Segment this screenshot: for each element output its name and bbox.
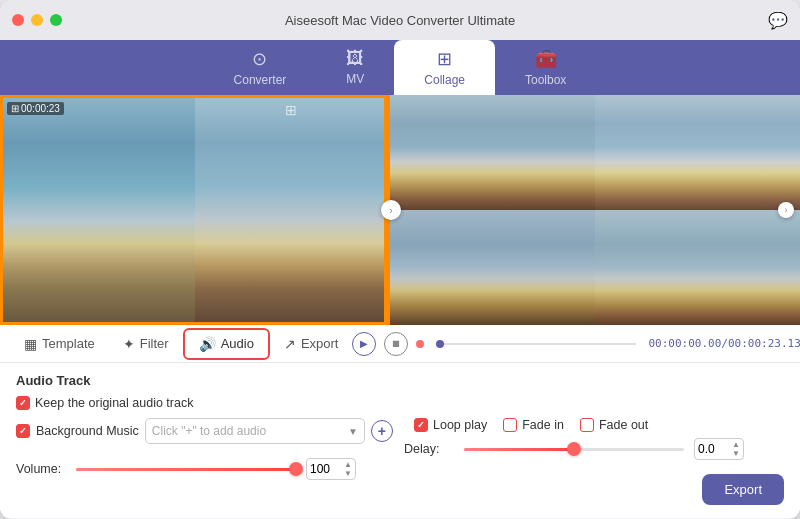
bg-music-label: Background Music: [36, 424, 139, 438]
time-display: 00:00:00.00/00:00:23.13: [648, 337, 800, 350]
fade-in-label: Fade in: [522, 418, 564, 432]
keep-original-cb-box: ✓: [16, 396, 30, 410]
volume-label: Volume:: [16, 462, 66, 476]
loop-play-label: Loop play: [433, 418, 487, 432]
audio-track-title: Audio Track: [16, 373, 784, 388]
delay-input[interactable]: 0.0 ▲ ▼: [694, 438, 744, 460]
tab-converter[interactable]: ⊙ Converter: [204, 40, 317, 95]
converter-icon: ⊙: [252, 48, 267, 70]
tab-export-label: Export: [301, 336, 339, 351]
main-content: ⊞00:00:23 ⊞ › ›: [0, 95, 800, 518]
close-button[interactable]: [12, 14, 24, 26]
tab-toolbox[interactable]: 🧰 Toolbox: [495, 40, 596, 95]
bg-music-check: ✓: [19, 426, 27, 436]
record-dot: [416, 340, 424, 348]
play-button[interactable]: ▶: [352, 332, 376, 356]
volume-input[interactable]: 100 ▲ ▼: [306, 458, 356, 480]
preview-cell-tl: [390, 95, 595, 210]
delay-spinner[interactable]: ▲ ▼: [732, 440, 740, 458]
fade-out-checkbox[interactable]: Fade out: [580, 418, 648, 432]
volume-slider[interactable]: [76, 468, 296, 471]
left-col: ✓ Background Music Click "+" to add audi…: [16, 418, 396, 484]
dropdown-arrow-icon: ▼: [348, 426, 358, 437]
tab-template-label: Template: [42, 336, 95, 351]
delay-slider-fill: [464, 448, 574, 451]
tab-toolbox-label: Toolbox: [525, 73, 566, 87]
tab-filter-label: Filter: [140, 336, 169, 351]
video-area: ⊞00:00:23 ⊞ › ›: [0, 95, 800, 325]
left-panel-nav-arrow[interactable]: ›: [381, 200, 401, 220]
export-button[interactable]: Export: [702, 474, 784, 505]
volume-slider-fill: [76, 468, 296, 471]
delay-row: Delay: 0.0 ▲ ▼: [404, 438, 784, 460]
progress-bar[interactable]: [436, 343, 636, 345]
tab-mv-label: MV: [346, 72, 364, 86]
volume-slider-thumb[interactable]: [289, 462, 303, 476]
mv-icon: 🖼: [346, 48, 364, 69]
tab-filter[interactable]: ✦ Filter: [109, 330, 183, 358]
bg-music-select[interactable]: Click "+" to add audio ▼: [145, 418, 365, 444]
video-bg-right: [195, 98, 387, 322]
bg-music-cb-box: ✓: [16, 424, 30, 438]
tab-converter-label: Converter: [234, 73, 287, 87]
nav-tabs: ⊙ Converter 🖼 MV ⊞ Collage 🧰 Toolbox: [0, 40, 800, 95]
video-timestamp: ⊞00:00:23: [7, 102, 64, 115]
minimize-button[interactable]: [31, 14, 43, 26]
loop-play-checkbox[interactable]: ✓ Loop play: [414, 418, 487, 432]
stop-button[interactable]: ⏹: [384, 332, 408, 356]
tab-mv[interactable]: 🖼 MV: [316, 40, 394, 95]
collage-tab-bar: ▦ Template ✦ Filter 🔊 Audio ↗ Export ▶ ⏹: [0, 325, 800, 363]
title-bar: Aiseesoft Mac Video Converter Ultimate 💬: [0, 0, 800, 40]
toolbox-icon: 🧰: [535, 48, 557, 70]
bg-music-row: ✓ Background Music Click "+" to add audi…: [16, 418, 396, 444]
loop-play-check: ✓: [417, 420, 425, 430]
delay-value: 0.0: [698, 442, 715, 456]
fade-in-checkbox[interactable]: Fade in: [503, 418, 564, 432]
volume-row: Volume: 100 ▲ ▼: [16, 458, 396, 480]
video-bg-left: [3, 98, 195, 322]
preview-cell-bl: [390, 210, 595, 325]
tab-export-collage[interactable]: ↗ Export: [270, 330, 353, 358]
loop-play-cb-box: ✓: [414, 418, 428, 432]
add-audio-button[interactable]: +: [371, 420, 393, 442]
template-icon: ▦: [24, 336, 37, 352]
delay-slider[interactable]: [464, 448, 684, 451]
keep-original-checkbox[interactable]: ✓ Keep the original audio track: [16, 396, 193, 410]
right-preview-panel: ›: [390, 95, 800, 325]
traffic-lights: [12, 14, 62, 26]
tab-collage[interactable]: ⊞ Collage: [394, 40, 495, 95]
left-collage-panel: ⊞00:00:23 ⊞ ›: [0, 95, 390, 325]
keep-original-row: ✓ Keep the original audio track: [16, 396, 784, 410]
maximize-button[interactable]: [50, 14, 62, 26]
playback-controls: ▶ ⏹ 00:00:00.00/00:00:23.13 🔊: [352, 332, 800, 356]
settings-panel: Audio Track ✓ Keep the original audio tr…: [0, 363, 800, 518]
keep-original-label: Keep the original audio track: [35, 396, 193, 410]
preview-cell-tr: [595, 95, 800, 210]
tab-template[interactable]: ▦ Template: [10, 330, 109, 358]
preview-cell-br: [595, 210, 800, 325]
progress-indicator: [436, 340, 444, 348]
bg-music-checkbox[interactable]: ✓: [16, 424, 30, 438]
bottom-toolbar: ▦ Template ✦ Filter 🔊 Audio ↗ Export ▶ ⏹: [0, 325, 800, 518]
tab-audio[interactable]: 🔊 Audio: [183, 328, 270, 360]
fade-out-label: Fade out: [599, 418, 648, 432]
chat-icon[interactable]: 💬: [768, 11, 788, 30]
right-panel-nav-arrow[interactable]: ›: [778, 202, 794, 218]
tab-audio-label: Audio: [221, 336, 254, 351]
fade-in-cb-box: [503, 418, 517, 432]
volume-value: 100: [310, 462, 330, 476]
export-icon: ↗: [284, 336, 296, 352]
video-cell-left: ⊞00:00:23: [3, 98, 195, 322]
keep-original-check: ✓: [19, 398, 27, 408]
tab-collage-label: Collage: [424, 73, 465, 87]
two-col-layout: ✓ Background Music Click "+" to add audi…: [16, 418, 784, 484]
volume-spinner[interactable]: ▲ ▼: [344, 460, 352, 478]
delay-slider-thumb[interactable]: [567, 442, 581, 456]
video-cell-right: ⊞: [195, 98, 387, 322]
collage-icon: ⊞: [437, 48, 452, 70]
filter-icon: ✦: [123, 336, 135, 352]
audio-icon: 🔊: [199, 336, 216, 352]
delay-label: Delay:: [404, 442, 454, 456]
app-title: Aiseesoft Mac Video Converter Ultimate: [285, 13, 515, 28]
options-row: ✓ Loop play Fade in Fade out: [414, 418, 784, 432]
